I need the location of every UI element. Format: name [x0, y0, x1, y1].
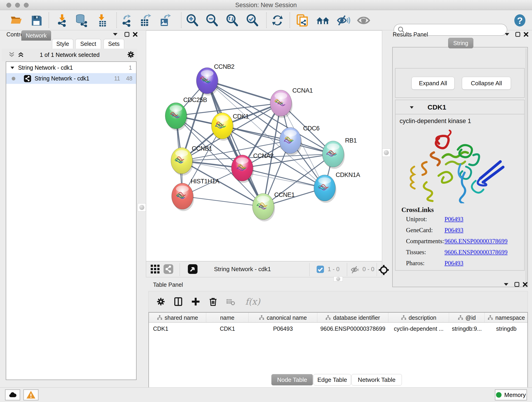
network-node-CCNB2[interactable]: CCNB2: [196, 63, 234, 96]
collapse-triangle-icon[interactable]: [10, 66, 15, 70]
crosslink-uniprot-link[interactable]: P06493: [444, 216, 463, 223]
memory-button[interactable]: Memory: [495, 389, 527, 400]
node-label: CCNA2: [253, 153, 273, 159]
column-header--id[interactable]: @id: [449, 313, 485, 323]
network-node-CDKN1A[interactable]: CDKN1A: [314, 172, 360, 203]
right-splitter-handle[interactable]: [382, 148, 390, 157]
select-columns-icon[interactable]: [172, 295, 185, 308]
network-node-CCNA2[interactable]: CCNA2: [231, 153, 273, 183]
export-image-icon[interactable]: [158, 13, 173, 27]
help-icon[interactable]: ?: [513, 13, 527, 27]
network-canvas[interactable]: CCNB2CCNA1CDC25BCDK1CDC6RB1CCNB1CCNA2CDK…: [146, 31, 382, 261]
results-panel-float-icon[interactable]: [515, 32, 520, 38]
tab-string[interactable]: String: [448, 38, 473, 48]
zoom-out-icon[interactable]: [205, 13, 219, 27]
gene-name: CDK1: [428, 103, 446, 111]
add-column-icon[interactable]: [189, 295, 202, 308]
tab-edge-table[interactable]: Edge Table: [313, 374, 351, 385]
toolbar-separator: [290, 12, 290, 28]
zoom-in-icon[interactable]: [185, 13, 199, 27]
function-builder-icon[interactable]: f(x): [241, 295, 264, 308]
export-network-icon[interactable]: [120, 13, 134, 27]
tab-sets[interactable]: Sets: [104, 39, 124, 49]
network-node-CDC6[interactable]: CDC6: [279, 125, 320, 155]
delete-table-icon[interactable]: [224, 295, 237, 308]
grid-view-icon[interactable]: [150, 264, 160, 275]
crosslink-pharos-link[interactable]: P06493: [444, 260, 463, 267]
zoom-fit-icon[interactable]: [225, 13, 239, 27]
warning-status-button[interactable]: [23, 389, 38, 400]
hide-selected-icon[interactable]: [336, 13, 351, 27]
network-node-CCNB1[interactable]: CCNB1: [171, 145, 212, 176]
collapse-all-button[interactable]: Collapse All: [462, 77, 511, 89]
column-header-database-identifier[interactable]: database identifier: [317, 313, 388, 323]
svg-text:?: ?: [517, 15, 523, 26]
import-network-file-icon[interactable]: [55, 13, 69, 27]
crosslink-compartments-link[interactable]: 9606.ENSP00000378699: [444, 238, 507, 245]
network-node-HIST1H1A[interactable]: HIST1H1A: [172, 178, 220, 211]
table-panel-float-icon[interactable]: [514, 282, 520, 288]
expand-all-button[interactable]: Expand All: [412, 77, 455, 89]
column-header-canonical-name[interactable]: canonical name: [249, 313, 317, 323]
nav-separator: [309, 263, 310, 276]
apply-layout-icon[interactable]: [270, 13, 285, 27]
tab-select[interactable]: Select: [75, 39, 101, 49]
table-gear-icon[interactable]: [154, 295, 167, 308]
column-type-icon: [401, 315, 406, 320]
results-panel-close-icon[interactable]: [523, 32, 529, 38]
import-table-file-icon[interactable]: [94, 13, 109, 27]
table-panel-close-icon[interactable]: [522, 282, 528, 288]
save-session-icon[interactable]: [29, 13, 44, 27]
string-view-icon[interactable]: [163, 264, 174, 275]
results-scrollbar[interactable]: [525, 48, 527, 286]
import-network-database-icon[interactable]: [74, 13, 89, 27]
section-collapse-triangle-icon[interactable]: [409, 106, 414, 109]
network-row-selected[interactable]: String Network - cdk1 11 48: [6, 73, 136, 84]
network-node-CDK1[interactable]: CDK1: [211, 113, 249, 141]
clone-network-icon[interactable]: [295, 13, 309, 27]
hidden-eye-icon[interactable]: [351, 265, 360, 275]
results-panel-menu-icon[interactable]: [504, 32, 510, 37]
memory-status-dot: [496, 392, 501, 398]
first-neighbors-icon[interactable]: [316, 13, 330, 27]
birds-eye-view-icon[interactable]: [187, 264, 198, 275]
table-cell: CDK1: [149, 324, 206, 333]
title-bar: Session: New Session: [0, 0, 532, 10]
column-header-name[interactable]: name: [206, 313, 249, 323]
zoom-selected-icon[interactable]: [245, 13, 259, 27]
crosslink-tissues-link[interactable]: 9606.ENSP00000378699: [444, 249, 507, 256]
nav-separator: [347, 263, 347, 276]
cloud-status-button[interactable]: [5, 389, 20, 400]
window-title: Session: New Session: [0, 2, 532, 9]
network-node-CCNE1[interactable]: CCNE1: [253, 191, 295, 221]
column-header-namespace[interactable]: namespace: [485, 313, 528, 323]
fit-crosshair-icon[interactable]: [378, 264, 389, 277]
table-panel-menu-icon[interactable]: [503, 282, 509, 287]
control-panel: Control Panel Network Style Select Sets …: [2, 31, 138, 387]
tab-network-table[interactable]: Network Table: [351, 374, 402, 385]
network-node-CDC25B[interactable]: CDC25B: [165, 96, 207, 131]
gene-section-header[interactable]: CDK1: [395, 100, 524, 114]
main-toolbar: ?: [0, 10, 532, 30]
node-label: CCNE1: [274, 191, 295, 198]
left-splitter-handle[interactable]: [138, 203, 146, 211]
selected-checkbox-icon[interactable]: [316, 265, 324, 274]
column-type-icon: [458, 315, 463, 320]
network-collection-row[interactable]: String Network - cdk1 1: [6, 62, 136, 73]
tab-network[interactable]: Network: [21, 31, 51, 41]
control-panel-menu-icon[interactable]: [112, 32, 118, 37]
network-options-gear-icon[interactable]: [127, 51, 135, 59]
export-table-icon[interactable]: [139, 13, 153, 27]
tab-style[interactable]: Style: [52, 39, 73, 49]
tab-node-table[interactable]: Node Table: [271, 374, 313, 385]
control-panel-close-icon[interactable]: [133, 32, 138, 38]
delete-column-icon[interactable]: [206, 295, 220, 308]
open-file-icon[interactable]: [9, 13, 23, 27]
node-label: CDK1: [233, 113, 249, 120]
column-header-shared-name[interactable]: shared name: [149, 313, 206, 323]
crosslink-genecard-link[interactable]: P06493: [444, 227, 463, 234]
network-node-RB1[interactable]: RB1: [322, 137, 357, 169]
column-header-description[interactable]: description: [388, 313, 449, 323]
control-panel-float-icon[interactable]: [124, 32, 130, 38]
show-all-icon[interactable]: [356, 13, 371, 27]
